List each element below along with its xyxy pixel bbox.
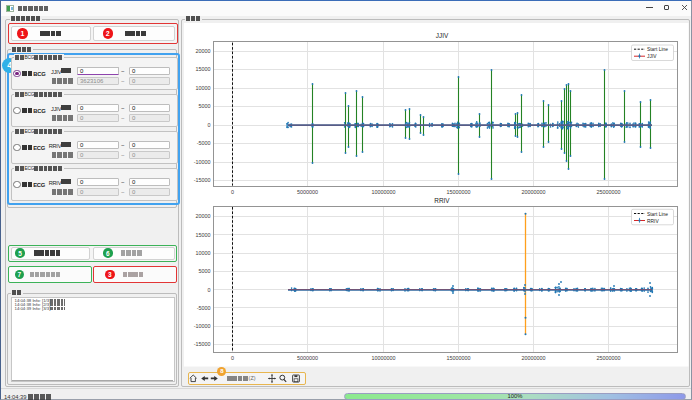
svg-text:15000000: 15000000 <box>447 189 471 195</box>
svg-text:10000: 10000 <box>196 85 211 91</box>
svg-text:10000000: 10000000 <box>372 189 396 195</box>
svg-text:5000: 5000 <box>199 103 211 109</box>
svg-text:20000: 20000 <box>196 213 211 219</box>
svg-text:10000: 10000 <box>196 250 211 256</box>
svg-text:20000: 20000 <box>196 48 211 54</box>
svg-text:RRIV: RRIV <box>434 197 450 204</box>
svg-text:RRIV: RRIV <box>647 219 659 224</box>
svg-text:-5000: -5000 <box>197 140 211 146</box>
svg-text:JJIV: JJIV <box>436 32 449 39</box>
svg-text:Start Line: Start Line <box>647 47 668 52</box>
svg-text:20000000: 20000000 <box>522 189 546 195</box>
svg-text:15000: 15000 <box>196 232 211 238</box>
svg-text:5000000: 5000000 <box>297 189 318 195</box>
svg-text:0: 0 <box>208 122 211 128</box>
svg-text:25000000: 25000000 <box>597 189 621 195</box>
svg-text:0: 0 <box>208 287 211 293</box>
svg-text:0: 0 <box>231 355 234 361</box>
svg-text:15000: 15000 <box>196 66 211 72</box>
svg-text:5000000: 5000000 <box>297 355 318 361</box>
svg-text:15000000: 15000000 <box>447 355 471 361</box>
svg-text:20000000: 20000000 <box>522 355 546 361</box>
svg-text:-10000: -10000 <box>194 323 211 329</box>
svg-text:-5000: -5000 <box>197 305 211 311</box>
svg-text:JJIV: JJIV <box>647 54 657 59</box>
svg-text:-15000: -15000 <box>194 341 211 347</box>
svg-text:25000000: 25000000 <box>597 355 621 361</box>
svg-text:0: 0 <box>231 189 234 195</box>
svg-text:Start Line: Start Line <box>647 212 668 217</box>
svg-text:-10000: -10000 <box>194 159 211 165</box>
svg-text:10000000: 10000000 <box>372 355 396 361</box>
svg-text:5000: 5000 <box>199 268 211 274</box>
svg-text:-15000: -15000 <box>194 177 211 183</box>
